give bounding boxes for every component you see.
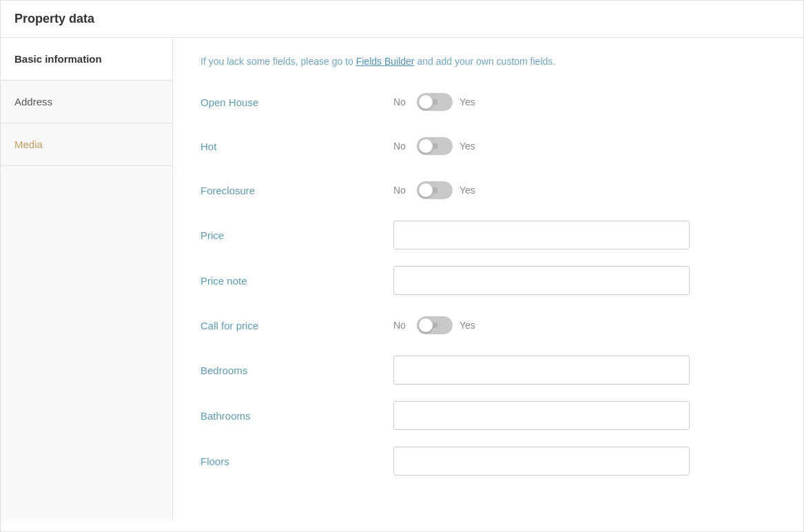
bedrooms-input[interactable] — [393, 356, 690, 385]
hot-yes-label: Yes — [460, 141, 476, 152]
bedrooms-control — [393, 356, 776, 385]
foreclosure-row: Foreclosure No ⏸ Yes — [200, 176, 776, 204]
floors-label: Floors — [200, 456, 393, 467]
bathrooms-input[interactable] — [393, 401, 690, 430]
foreclosure-toggle[interactable]: ⏸ — [417, 181, 453, 199]
page-wrapper: Property data Basic information Address … — [0, 0, 804, 532]
info-message-suffix: and add your own custom fields. — [415, 56, 556, 67]
sidebar-item-label: Basic information — [14, 53, 102, 65]
bedrooms-row: Bedrooms — [200, 356, 776, 385]
page-header: Property data — [1, 1, 803, 38]
open-house-no-label: No — [393, 96, 410, 108]
sidebar-item-label: Address — [14, 96, 52, 108]
page-title: Property data — [14, 12, 790, 26]
call-for-price-row: Call for price No ⏸ Yes — [200, 311, 776, 339]
content-area: Basic information Address Media If you l… — [1, 38, 803, 520]
floors-input[interactable] — [393, 447, 690, 475]
bathrooms-row: Bathrooms — [200, 401, 776, 430]
sidebar-item-media[interactable]: Media — [1, 123, 172, 166]
foreclosure-toggle-group: No ⏸ Yes — [393, 181, 476, 199]
bathrooms-label: Bathrooms — [200, 410, 393, 422]
hot-no-label: No — [393, 141, 410, 152]
foreclosure-thumb — [419, 183, 433, 197]
sidebar-item-label: Media — [14, 139, 43, 150]
floors-row: Floors — [200, 447, 776, 475]
call-for-price-thumb — [419, 318, 433, 332]
price-row: Price — [200, 221, 776, 249]
call-for-price-toggle-group: No ⏸ Yes — [393, 316, 476, 334]
foreclosure-track: ⏸ — [417, 181, 453, 199]
fields-builder-link[interactable]: Fields Builder — [356, 56, 415, 67]
foreclosure-control: No ⏸ Yes — [393, 181, 776, 199]
price-control — [393, 221, 776, 249]
call-for-price-label: Call for price — [200, 320, 393, 331]
call-for-price-control: No ⏸ Yes — [393, 316, 776, 334]
hot-label: Hot — [200, 141, 393, 152]
hot-thumb — [419, 139, 433, 153]
open-house-thumb — [419, 95, 433, 109]
price-label: Price — [200, 229, 393, 241]
price-input[interactable] — [393, 221, 690, 249]
bedrooms-label: Bedrooms — [200, 365, 393, 376]
open-house-toggle-group: No ⏸ Yes — [393, 93, 476, 111]
hot-track: ⏸ — [417, 137, 453, 155]
price-note-control — [393, 266, 776, 295]
sidebar-item-address[interactable]: Address — [1, 81, 172, 123]
hot-control: No ⏸ Yes — [393, 137, 776, 155]
hot-row: Hot No ⏸ Yes — [200, 132, 776, 160]
foreclosure-no-label: No — [393, 185, 410, 196]
sidebar-item-basic-information[interactable]: Basic information — [1, 38, 172, 81]
call-for-price-track: ⏸ — [417, 316, 453, 334]
open-house-toggle[interactable]: ⏸ — [417, 93, 453, 111]
hot-toggle[interactable]: ⏸ — [417, 137, 453, 155]
open-house-track: ⏸ — [417, 93, 453, 111]
main-content: If you lack some fields, please go to Fi… — [173, 38, 803, 520]
foreclosure-yes-label: Yes — [460, 185, 476, 196]
hot-toggle-group: No ⏸ Yes — [393, 137, 476, 155]
open-house-yes-label: Yes — [460, 96, 476, 108]
info-message-prefix: If you lack some fields, please go to — [200, 56, 356, 67]
price-note-row: Price note — [200, 266, 776, 295]
floors-control — [393, 447, 776, 475]
bathrooms-control — [393, 401, 776, 430]
info-message: If you lack some fields, please go to Fi… — [200, 54, 776, 69]
sidebar: Basic information Address Media — [1, 38, 173, 520]
call-for-price-no-label: No — [393, 320, 410, 331]
open-house-control: No ⏸ Yes — [393, 93, 776, 111]
price-note-label: Price note — [200, 275, 393, 287]
foreclosure-label: Foreclosure — [200, 185, 393, 196]
price-note-input[interactable] — [393, 266, 690, 295]
call-for-price-yes-label: Yes — [460, 320, 476, 331]
call-for-price-toggle[interactable]: ⏸ — [417, 316, 453, 334]
open-house-label: Open House — [200, 96, 393, 108]
open-house-row: Open House No ⏸ Yes — [200, 88, 776, 116]
